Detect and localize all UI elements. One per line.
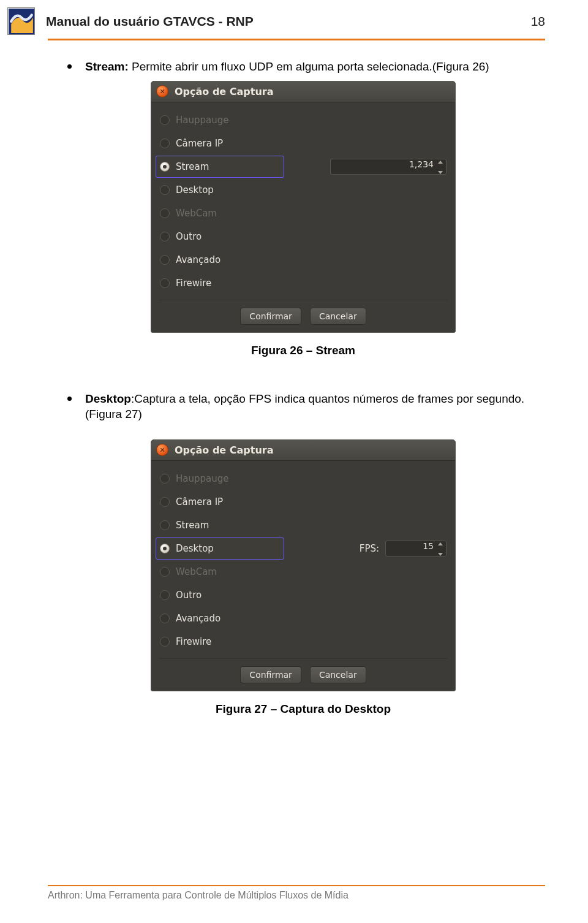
bullet-stream-text: Permite abrir um fluxo UDP em alguma por…: [132, 60, 489, 73]
option-firewire[interactable]: Firewire: [160, 272, 447, 295]
confirm-button[interactable]: Confirmar: [240, 308, 301, 325]
option-outro[interactable]: Outro: [160, 225, 447, 248]
option-hauppauge[interactable]: Hauppauge: [160, 467, 447, 490]
page-content: Stream: Permite abrir um fluxo UDP em al…: [0, 40, 588, 716]
footer-text: Arthron: Uma Ferramenta para Controle de…: [48, 890, 545, 901]
option-avancado[interactable]: Avançado: [160, 607, 447, 630]
spinner-icon[interactable]: [436, 542, 445, 556]
dialog-titlebar: ✕ Opção de Captura: [151, 82, 455, 102]
cancel-button[interactable]: Cancelar: [310, 666, 366, 683]
spinner-icon[interactable]: [436, 161, 445, 174]
figure26-caption: Figura 26 – Stream: [67, 344, 539, 357]
option-firewire[interactable]: Firewire: [160, 630, 447, 653]
dialog-title: Opção de Captura: [175, 86, 274, 97]
option-stream[interactable]: Stream: [160, 514, 447, 537]
cancel-button[interactable]: Cancelar: [310, 308, 366, 325]
fps-input[interactable]: 15: [385, 541, 447, 556]
capture-dialog-stream: ✕ Opção de Captura Hauppauge Câmera IP S…: [151, 81, 456, 333]
bullet-icon: [67, 397, 72, 401]
option-webcam[interactable]: WebCam: [160, 560, 447, 583]
fps-label: FPS:: [360, 543, 379, 554]
option-outro[interactable]: Outro: [160, 583, 447, 607]
option-stream[interactable]: Stream: [156, 156, 284, 178]
dialog-title: Opção de Captura: [175, 444, 274, 456]
option-avancado[interactable]: Avançado: [160, 248, 447, 272]
option-desktop[interactable]: Desktop: [160, 178, 447, 202]
option-cameraip[interactable]: Câmera IP: [160, 132, 447, 155]
dialog-titlebar: ✕ Opção de Captura: [151, 440, 455, 461]
option-webcam[interactable]: WebCam: [160, 202, 447, 225]
option-hauppauge[interactable]: Hauppauge: [160, 108, 447, 132]
header-title: Manual do usuário GTAVCS - RNP: [46, 14, 531, 29]
logo-icon: [7, 7, 35, 35]
footer-divider: [48, 885, 545, 886]
option-desktop[interactable]: Desktop: [156, 537, 284, 560]
close-icon[interactable]: ✕: [156, 444, 168, 456]
option-cameraip[interactable]: Câmera IP: [160, 490, 447, 514]
bullet-stream-label: Stream:: [85, 60, 132, 73]
page-number: 18: [531, 14, 545, 29]
bullet-desktop-label: Desktop: [85, 392, 131, 405]
bullet-stream: Stream: Permite abrir um fluxo UDP em al…: [67, 59, 539, 75]
confirm-button[interactable]: Confirmar: [240, 666, 301, 683]
bullet-desktop-text: :Captura a tela, opção FPS indica quanto…: [85, 392, 524, 421]
close-icon[interactable]: ✕: [156, 85, 168, 97]
bullet-icon: [67, 64, 72, 69]
page-header: Manual do usuário GTAVCS - RNP 18: [0, 0, 588, 37]
capture-dialog-desktop: ✕ Opção de Captura Hauppauge Câmera IP S…: [151, 439, 456, 691]
bullet-desktop: Desktop:Captura a tela, opção FPS indica…: [67, 391, 539, 422]
figure27-caption: Figura 27 – Captura do Desktop: [67, 702, 539, 716]
page-footer: Arthron: Uma Ferramenta para Controle de…: [48, 885, 545, 901]
stream-port-input[interactable]: 1,234: [330, 159, 447, 175]
